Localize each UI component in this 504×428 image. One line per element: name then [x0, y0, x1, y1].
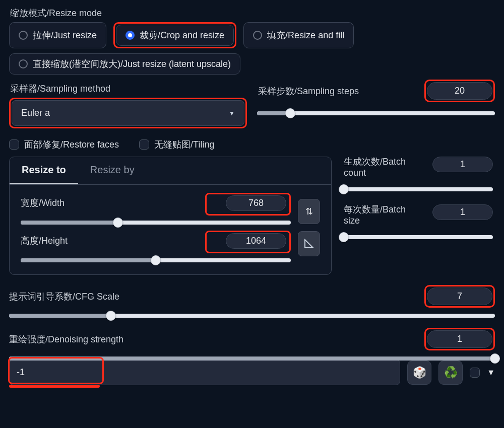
set-aspect-button[interactable] — [298, 231, 320, 256]
sampling-method-label: 采样器/Sampling method — [10, 83, 247, 95]
radio-label: 裁剪/Crop and resize — [140, 29, 224, 41]
batch-size-input[interactable]: 1 — [432, 204, 493, 220]
checkbox-label: 面部修复/Restore faces — [24, 138, 119, 151]
seed-random-button[interactable]: 🎲 — [407, 361, 431, 385]
dice-icon: 🎲 — [413, 366, 426, 379]
radio-icon — [19, 59, 28, 68]
denoising-label: 重绘强度/Denoising strength — [9, 333, 123, 345]
resize-mode-label: 缩放模式/Resize mode — [10, 7, 495, 19]
radio-label: 填充/Resize and fill — [267, 29, 344, 41]
radio-icon — [253, 31, 262, 40]
radio-label: 直接缩放(潜空间放大)/Just resize (latent upscale) — [33, 58, 231, 70]
resize-mode-group: 拉伸/Just resize 裁剪/Crop and resize 填充/Res… — [9, 22, 495, 48]
batch-count-input[interactable]: 1 — [432, 157, 493, 172]
tab-resize-to[interactable]: Resize to — [10, 157, 78, 184]
checkbox-label: 无缝贴图/Tiling — [154, 138, 214, 151]
width-slider[interactable] — [21, 221, 291, 225]
batch-count-slider[interactable] — [344, 187, 493, 191]
seed-value: -1 — [17, 367, 25, 377]
sampling-method-value: Euler a — [21, 108, 50, 118]
resize-mode-latent[interactable]: 直接缩放(潜空间放大)/Just resize (latent upscale) — [9, 53, 240, 75]
seed-extras-disclosure[interactable]: ▼ — [487, 368, 495, 377]
checkbox-icon — [139, 139, 149, 150]
restore-faces-checkbox[interactable]: 面部修复/Restore faces — [9, 138, 119, 151]
denoising-input[interactable]: 1 — [427, 330, 492, 348]
seed-reuse-button[interactable]: ♻️ — [438, 361, 463, 385]
sampling-steps-label: 采样步数/Sampling steps — [258, 85, 359, 97]
cfg-scale-label: 提示词引导系数/CFG Scale — [9, 291, 119, 303]
sampling-method-select[interactable]: Euler a ▼ — [12, 100, 244, 126]
cfg-scale-slider[interactable] — [9, 314, 495, 318]
swap-icon: ⇅ — [305, 206, 313, 217]
cfg-scale-input[interactable]: 7 — [427, 288, 492, 305]
dim-values-highlight: 768 — [205, 193, 291, 216]
width-label: 宽度/Width — [21, 197, 205, 209]
radio-icon — [125, 31, 135, 40]
batch-size-label: 每次数量/Batch size — [344, 204, 424, 226]
chevron-down-icon: ▼ — [229, 110, 235, 117]
height-label: 高度/Height — [21, 235, 205, 247]
width-input[interactable]: 768 — [226, 195, 286, 211]
height-slider[interactable] — [21, 258, 291, 262]
tiling-checkbox[interactable]: 无缝贴图/Tiling — [139, 138, 214, 151]
seed-extra-checkbox[interactable] — [470, 368, 480, 378]
triangle-ruler-icon — [304, 239, 314, 249]
batch-count-label: 生成次数/Batch count — [344, 157, 424, 178]
tab-resize-by[interactable]: Resize by — [78, 157, 147, 184]
resize-panel: Resize to Resize by 宽度/Width 768 — [9, 157, 332, 275]
height-input[interactable]: 1064 — [226, 233, 286, 249]
swap-dimensions-button[interactable]: ⇅ — [298, 199, 320, 224]
sampling-steps-input[interactable]: 20 — [427, 82, 492, 100]
radio-icon — [19, 31, 28, 40]
resize-mode-just-resize[interactable]: 拉伸/Just resize — [9, 22, 106, 48]
recycle-icon: ♻️ — [444, 366, 458, 379]
batch-size-slider[interactable] — [344, 235, 493, 239]
denoising-slider[interactable] — [9, 356, 495, 361]
dim-values-highlight: 1064 — [205, 231, 291, 253]
radio-label: 拉伸/Just resize — [33, 29, 97, 41]
sampling-steps-slider[interactable] — [257, 111, 495, 115]
checkbox-icon — [9, 139, 19, 150]
seed-input[interactable]: -1 — [9, 360, 400, 385]
resize-mode-resize-fill[interactable]: 填充/Resize and fill — [243, 22, 354, 48]
resize-mode-crop-resize[interactable]: 裁剪/Crop and resize — [116, 25, 234, 46]
